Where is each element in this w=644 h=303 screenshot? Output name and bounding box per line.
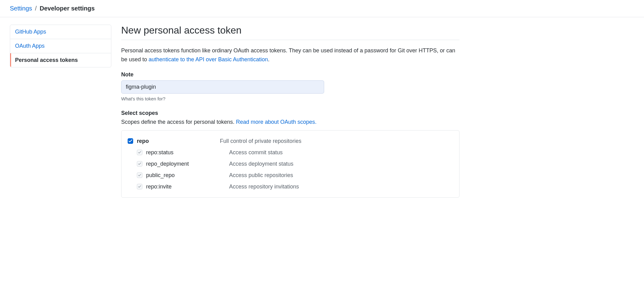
scopes-intro-link[interactable]: Read more about OAuth scopes. [236,119,316,125]
check-icon [138,151,141,154]
breadcrumb-separator: / [35,5,37,12]
scope-name-repo: repo [137,138,220,144]
scope-row-repo: repo Full control of private repositorie… [128,135,453,147]
sidebar-item-oauth-apps[interactable]: OAuth Apps [10,39,111,53]
checkbox-repo-deployment[interactable] [137,161,142,167]
scope-name-repo-deployment: repo_deployment [146,161,229,167]
scope-desc-repo: Full control of private repositories [220,138,301,144]
main-content: New personal access token Personal acces… [121,25,459,198]
breadcrumb: Settings / Developer settings [0,0,644,17]
scope-name-public-repo: public_repo [146,172,229,179]
check-icon [138,185,141,188]
checkbox-repo-status[interactable] [137,150,142,155]
sidebar-item-personal-access-tokens[interactable]: Personal access tokens [10,53,111,67]
note-input[interactable] [121,80,324,94]
scope-row-public-repo: public_repo Access public repositories [128,170,453,181]
scope-desc-repo-deployment: Access deployment status [229,161,293,167]
intro-auth-link[interactable]: authenticate to the API over Basic Authe… [149,56,268,63]
scope-row-repo-invite: repo:invite Access repository invitation… [128,181,453,192]
intro-text: Personal access tokens function like ord… [121,46,459,64]
scopes-intro: Scopes define the access for personal to… [121,119,459,125]
checkbox-repo-invite[interactable] [137,184,142,189]
check-icon [129,139,132,143]
scope-row-repo-deployment: repo_deployment Access deployment status [128,158,453,170]
intro-text-after: . [268,56,269,63]
note-hint: What's this token for? [121,96,459,101]
scopes-intro-before: Scopes define the access for personal to… [121,119,236,125]
scope-desc-repo-invite: Access repository invitations [229,184,299,190]
breadcrumb-settings-link[interactable]: Settings [10,5,32,12]
checkbox-repo[interactable] [128,138,133,144]
breadcrumb-current: Developer settings [40,5,95,12]
sidebar-nav: GitHub Apps OAuth Apps Personal access t… [10,25,111,67]
check-icon [138,174,141,176]
note-label: Note [121,71,459,78]
sidebar: GitHub Apps OAuth Apps Personal access t… [10,25,111,198]
scope-name-repo-invite: repo:invite [146,184,229,190]
scopes-label: Select scopes [121,110,459,116]
scope-desc-public-repo: Access public repositories [229,172,293,179]
page-title: New personal access token [121,25,459,40]
checkbox-public-repo[interactable] [137,172,142,178]
scope-row-repo-status: repo:status Access commit status [128,147,453,158]
scope-desc-repo-status: Access commit status [229,149,283,156]
scope-name-repo-status: repo:status [146,149,229,156]
sidebar-item-github-apps[interactable]: GitHub Apps [10,25,111,39]
scopes-box: repo Full control of private repositorie… [121,130,459,198]
check-icon [138,163,141,165]
